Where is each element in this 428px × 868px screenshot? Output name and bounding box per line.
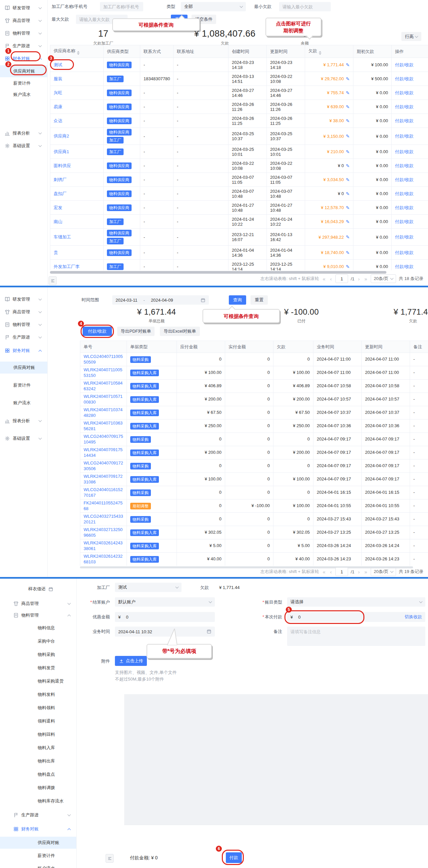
sidebar-collapse-handle[interactable] <box>105 854 114 863</box>
sidebar-item-settings[interactable]: 基础设置 <box>0 140 47 152</box>
supplier-name-link[interactable]: 面料供应 <box>54 163 71 168</box>
sidebar-item-finance[interactable]: 财务对账 <box>0 345 47 356</box>
factory-filter-input[interactable] <box>100 2 143 11</box>
sidebar-item-purchase-platform[interactable]: 采购中台 <box>0 635 76 647</box>
search-button[interactable]: 查询 <box>229 295 246 305</box>
supplier-name-link[interactable]: 盘扣厂 <box>54 191 67 196</box>
business-time-picker[interactable]: 2024-04-11 10:32 <box>115 627 215 637</box>
sidebar-item-purchase-return[interactable]: 物料采购退货 <box>0 675 76 687</box>
supplier-name-link[interactable]: 易康 <box>54 104 62 109</box>
edit-initial-debt-icon[interactable]: ✎ <box>346 133 350 139</box>
sidebar-item-goods[interactable]: 商品管理 <box>0 598 76 610</box>
min-debt-input[interactable] <box>279 2 331 11</box>
order-no-link[interactable]: WLCG2404070917510495 <box>84 434 123 444</box>
sidebar-item-material-check[interactable]: 物料盘点 <box>0 769 76 780</box>
sidebar-item-production[interactable]: 生产跟进 <box>0 331 47 343</box>
edit-initial-debt-icon[interactable]: ✎ <box>346 235 350 240</box>
sidebar-item-goods[interactable]: 商品管理 <box>0 306 47 318</box>
account-select[interactable]: 默认账户 <box>115 597 215 607</box>
reset-button[interactable]: 重置 <box>250 295 268 305</box>
pay-receive-link[interactable]: 付款/收款 <box>395 163 414 168</box>
edit-initial-debt-icon[interactable]: ✎ <box>346 191 350 196</box>
account-type-select[interactable]: 请选择 <box>287 597 425 607</box>
page-size-select[interactable]: 20条/页 <box>371 274 396 283</box>
next-page-button[interactable]: › <box>357 276 361 282</box>
order-no-link[interactable]: WLRK2403261424338061 <box>84 540 123 551</box>
page-size-select[interactable]: 20条/页 <box>371 567 396 576</box>
note-textarea[interactable]: 请填写备注信息 <box>287 627 425 646</box>
sidebar-item-account-flow[interactable]: 账户流水 <box>0 862 76 868</box>
pay-receive-link[interactable]: 付款/收款 <box>395 76 414 81</box>
edit-initial-debt-icon[interactable]: ✎ <box>346 62 350 68</box>
sidebar-item-reports[interactable]: 报表分析 <box>0 415 47 427</box>
supplier-name-link[interactable]: 车缝加工 <box>54 235 71 239</box>
pay-receive-link[interactable]: 付款/收款 <box>395 90 414 95</box>
prev-page-button[interactable]: ‹ <box>329 569 333 575</box>
row-height-button[interactable]: 行高 <box>401 32 421 41</box>
edit-initial-debt-icon[interactable]: ✎ <box>346 177 350 182</box>
first-page-button[interactable]: « <box>322 569 327 575</box>
sidebar-item-production[interactable]: 生产跟进 <box>0 809 76 821</box>
last-page-button[interactable]: » <box>363 276 368 282</box>
sidebar-item-salary[interactable]: 薪资计件 <box>0 379 47 391</box>
sidebar-item-material-stock-flow[interactable]: 物料库存流水 <box>0 795 76 807</box>
pay-button[interactable]: 付款 <box>226 852 242 863</box>
horizontal-scrollbar[interactable] <box>50 271 386 274</box>
sidebar-item-rd[interactable]: 研发管理 <box>0 2 47 14</box>
sidebar-item-supplier-recon[interactable]: 供应商对账 <box>0 837 76 849</box>
pay-receive-link[interactable]: 付款/收款 <box>395 149 414 154</box>
sidebar-item-material-delivery[interactable]: 物料发货 <box>0 662 76 674</box>
pay-receive-button[interactable]: 付款/收款 <box>83 327 112 336</box>
supplier-name-link[interactable]: 刺绣厂 <box>54 177 67 182</box>
pay-receive-link[interactable]: 付款/收款 <box>395 191 414 196</box>
pay-receive-link[interactable]: 付款/收款 <box>395 62 414 67</box>
sort-icon[interactable] <box>319 51 322 55</box>
pay-receive-link[interactable]: 付款/收款 <box>395 118 414 123</box>
order-no-link[interactable]: WLRK2404070917514434 <box>84 447 123 458</box>
edit-initial-debt-icon[interactable]: ✎ <box>346 219 350 224</box>
order-no-link[interactable]: WLCG2404071100550509 <box>84 354 123 364</box>
sidebar-collapse-handle[interactable] <box>49 276 57 285</box>
sidebar-item-material-purchase[interactable]: 物料采购 <box>0 649 76 660</box>
pay-receive-link[interactable]: 付款/收款 <box>395 205 414 210</box>
last-page-button[interactable]: » <box>363 569 368 575</box>
sidebar-item-material-pick[interactable]: 物料领料 <box>0 702 76 714</box>
supplier-name-link[interactable]: 兴旺 <box>54 90 62 95</box>
order-no-link[interactable]: WLRK2404071058463242 <box>84 380 123 391</box>
sort-icon[interactable] <box>77 51 80 55</box>
sidebar-item-material-in[interactable]: 物料入库 <box>0 742 76 754</box>
order-no-link[interactable]: WLRK2404071037448280 <box>84 407 123 417</box>
order-no-link[interactable]: WLRK2403271325096605 <box>84 527 123 537</box>
pay-receive-link[interactable]: 付款/收款 <box>395 104 414 109</box>
type-select[interactable]: 全部 <box>181 2 246 11</box>
edit-initial-debt-icon[interactable]: ✎ <box>346 90 350 96</box>
first-page-button[interactable]: « <box>322 276 327 282</box>
edit-initial-debt-icon[interactable]: ✎ <box>346 149 350 154</box>
pay-receive-link[interactable]: 付款/收款 <box>395 219 414 224</box>
discount-input[interactable]: ¥0 <box>115 612 215 622</box>
order-no-link[interactable]: WLRK2404071036356281 <box>84 421 123 431</box>
sidebar-item-rd[interactable]: 研发管理 <box>0 293 47 305</box>
date-range-picker[interactable]: 2024-03-11 - 2024-04-09 <box>112 295 209 305</box>
sidebar-item-material-info[interactable]: 物料信息 <box>0 622 76 634</box>
upload-button[interactable]: 点击上传 <box>115 656 147 666</box>
sidebar-item-account-flow[interactable]: 账户流水 <box>0 89 47 100</box>
supplier-name-link[interactable]: 南山 <box>54 219 62 224</box>
supplier-name-link[interactable]: 服装 <box>54 76 62 81</box>
sidebar-item-material-transfer[interactable]: 物料调拨 <box>0 782 76 794</box>
export-excel-button[interactable]: 导出Excel对账单 <box>160 327 200 336</box>
sidebar-item-materials[interactable]: 物料管理 <box>0 27 47 39</box>
export-pdf-button[interactable]: 导出PDF对账单 <box>117 327 155 336</box>
switch-receive-link[interactable]: 切换收款 <box>405 614 422 620</box>
pay-receive-link[interactable]: 付款/收款 <box>395 250 414 255</box>
edit-initial-debt-icon[interactable]: ✎ <box>346 104 350 110</box>
sidebar-item-salary[interactable]: 薪资计件 <box>0 850 76 862</box>
supplier-name-link[interactable]: 供应商2 <box>54 133 69 138</box>
sidebar-item-settings[interactable]: 基础设置 <box>0 433 47 444</box>
sidebar-item-sample-borrow[interactable]: 样衣借还 <box>0 583 76 595</box>
order-no-link[interactable]: WLCG2403271543320121 <box>84 514 123 524</box>
prev-page-button[interactable]: ‹ <box>329 276 333 282</box>
sidebar-item-supplier-recon[interactable]: 供应商对账 <box>0 362 47 374</box>
page-input[interactable] <box>335 567 348 576</box>
order-no-link[interactable]: WLRK2404070917231086 <box>84 474 123 484</box>
